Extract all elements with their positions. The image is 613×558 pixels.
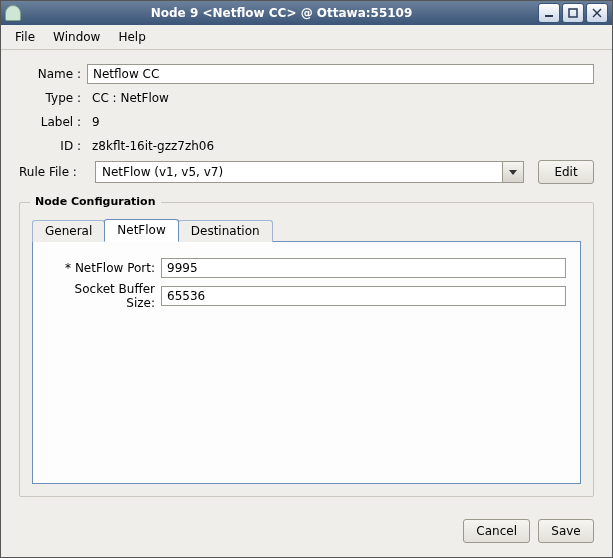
row-name: Name : <box>19 64 594 84</box>
menubar: File Window Help <box>1 25 612 50</box>
netflow-port-label: * NetFlow Port: <box>47 261 161 275</box>
close-button[interactable] <box>586 3 608 23</box>
menu-file[interactable]: File <box>7 27 43 47</box>
node-config-group: Node Configuration General NetFlow Desti… <box>19 202 594 497</box>
svg-rect-1 <box>569 9 577 17</box>
type-label: Type : <box>19 91 87 105</box>
row-id: ID : z8kflt-16it-gzz7zh06 <box>19 136 594 156</box>
window-title: Node 9 <Netflow CC> @ Ottawa:55109 <box>27 6 536 20</box>
chevron-down-icon <box>508 167 518 177</box>
name-input[interactable] <box>87 64 594 84</box>
maximize-button[interactable] <box>562 3 584 23</box>
app-icon <box>5 5 21 21</box>
tab-destination[interactable]: Destination <box>178 220 273 242</box>
menu-window[interactable]: Window <box>45 27 108 47</box>
row-type: Type : CC : NetFlow <box>19 88 594 108</box>
rulefile-label: Rule File : <box>19 165 81 179</box>
tab-body-netflow: * NetFlow Port: Socket Buffer Size: <box>32 241 581 484</box>
socket-buffer-input[interactable] <box>161 286 566 306</box>
netflow-port-input[interactable] <box>161 258 566 278</box>
content-area: Name : Type : CC : NetFlow Label : 9 ID … <box>1 50 612 509</box>
type-value: CC : NetFlow <box>87 88 594 108</box>
maximize-icon <box>568 8 578 18</box>
footer: Cancel Save <box>1 509 612 557</box>
groupbox-title: Node Configuration <box>30 195 161 208</box>
row-netflow-port: * NetFlow Port: <box>47 258 566 278</box>
id-value: z8kflt-16it-gzz7zh06 <box>87 136 594 156</box>
rulefile-dropdown-button[interactable] <box>502 162 523 182</box>
svg-marker-4 <box>509 170 517 175</box>
minimize-button[interactable] <box>538 3 560 23</box>
titlebar: Node 9 <Netflow CC> @ Ottawa:55109 <box>1 1 612 25</box>
rulefile-value: NetFlow (v1, v5, v7) <box>96 162 502 182</box>
edit-button[interactable]: Edit <box>538 160 594 184</box>
row-rulefile: Rule File : NetFlow (v1, v5, v7) Edit <box>19 160 594 184</box>
app-window: Node 9 <Netflow CC> @ Ottawa:55109 File … <box>0 0 613 558</box>
cancel-button[interactable]: Cancel <box>463 519 530 543</box>
id-label: ID : <box>19 139 87 153</box>
close-icon <box>592 8 602 18</box>
label-value: 9 <box>87 112 594 132</box>
label-label: Label : <box>19 115 87 129</box>
socket-buffer-label: Socket Buffer Size: <box>47 282 161 310</box>
rulefile-combo[interactable]: NetFlow (v1, v5, v7) <box>95 161 524 183</box>
tab-netflow[interactable]: NetFlow <box>104 219 178 242</box>
row-socket-buffer: Socket Buffer Size: <box>47 282 566 310</box>
name-label: Name : <box>19 67 87 81</box>
minimize-icon <box>544 8 554 18</box>
tab-general[interactable]: General <box>32 220 105 242</box>
save-button[interactable]: Save <box>538 519 594 543</box>
row-label: Label : 9 <box>19 112 594 132</box>
tabs-row: General NetFlow Destination <box>32 219 581 241</box>
menu-help[interactable]: Help <box>110 27 153 47</box>
